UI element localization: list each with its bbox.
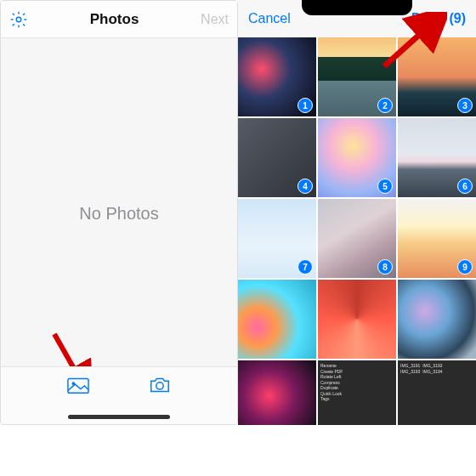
page-title: Photos [90,11,139,28]
grid-thumb[interactable] [238,280,316,359]
grid-thumb[interactable]: 1 [238,37,316,116]
selection-badge: 8 [377,259,393,275]
grid-thumb[interactable]: 9 [398,199,476,278]
annotation-arrow-icon [377,12,447,73]
selection-badge: 6 [457,178,473,194]
selection-badge: 9 [457,259,473,275]
photos-app-screen: Photos Next No Photos [0,0,238,425]
photos-header: Photos Next [1,1,237,38]
selection-badge: 5 [377,178,393,194]
selection-badge: 2 [377,98,393,113]
selection-badge: 3 [457,98,473,113]
grid-thumb[interactable]: 8 [318,199,396,278]
svg-point-5 [156,382,163,389]
svg-point-0 [16,17,21,22]
svg-line-7 [384,20,435,66]
cancel-button[interactable]: Cancel [248,11,291,26]
photo-library-icon[interactable] [67,376,89,394]
gear-icon[interactable] [9,10,28,29]
grid-thumb[interactable]: 6 [398,118,476,197]
grid-thumb[interactable] [238,360,316,425]
selection-badge: 1 [298,98,313,113]
bottom-tabbar [1,366,237,424]
camera-icon[interactable] [149,376,171,394]
grid-thumb[interactable]: RenameCreate PDFRotate LeftCompressDupli… [318,360,396,425]
photo-grid[interactable]: 1 2 3 4 5 6 7 8 9 RenameCreate PDFRotate… [238,37,476,425]
photo-picker-screen: Cancel Done (9) 1 2 3 4 5 6 7 8 9 Rena [238,0,476,425]
grid-thumb[interactable]: 4 [238,118,316,197]
empty-state-text: No Photos [1,204,237,224]
grid-thumb[interactable]: 7 [238,199,316,278]
grid-thumb[interactable] [398,280,476,359]
selection-badge: 7 [298,259,313,275]
grid-thumb[interactable]: IMG_3191 IMG_3192IMG_3193 IMG_3194 [398,360,476,425]
selection-badge: 4 [298,178,313,194]
home-indicator [68,415,170,419]
next-button: Next [201,12,229,27]
grid-thumb[interactable] [318,280,396,359]
grid-thumb[interactable]: 5 [318,118,396,197]
